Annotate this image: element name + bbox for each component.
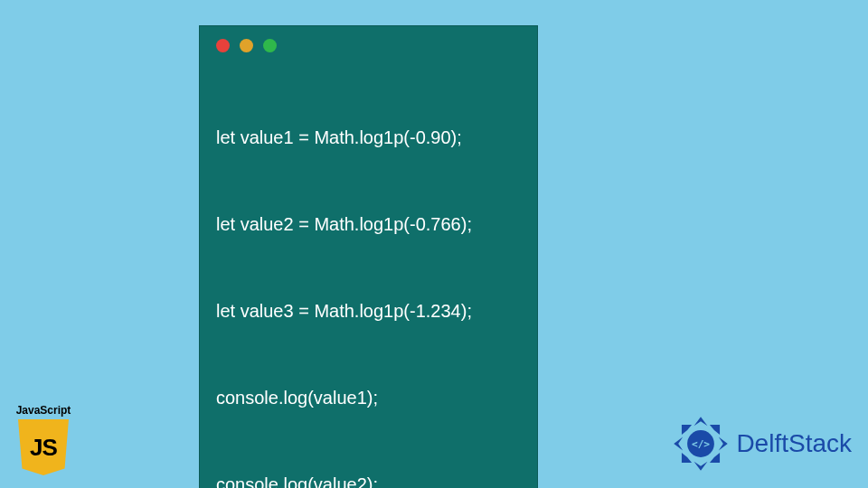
svg-marker-3: [675, 437, 684, 451]
code-block: let value1 = Math.log1p(-0.90); let valu…: [216, 65, 521, 488]
brand-logo: </> DelftStack: [673, 416, 852, 472]
svg-text:</>: </>: [692, 438, 710, 450]
code-line: let value3 = Math.log1p(-1.234);: [216, 296, 521, 325]
svg-marker-7: [682, 425, 692, 435]
code-line: let value1 = Math.log1p(-0.90);: [216, 123, 521, 152]
brand-name: DelftStack: [736, 429, 852, 458]
javascript-shield-icon: JS: [18, 419, 69, 475]
svg-marker-1: [719, 437, 728, 451]
traffic-dot-red-icon: [216, 39, 230, 52]
svg-marker-6: [682, 453, 692, 463]
brand-mark-icon: </>: [673, 416, 729, 472]
javascript-shield-text: JS: [30, 434, 57, 462]
traffic-dot-green-icon: [263, 39, 277, 52]
window-traffic-lights: [216, 39, 521, 52]
code-line: console.log(value1);: [216, 383, 521, 412]
code-line: console.log(value2);: [216, 470, 521, 488]
javascript-badge: JavaScript JS: [13, 404, 74, 475]
svg-marker-2: [694, 462, 708, 471]
javascript-badge-label: JavaScript: [13, 404, 74, 417]
traffic-dot-yellow-icon: [240, 39, 253, 52]
code-snippet-card: let value1 = Math.log1p(-0.90); let valu…: [199, 25, 538, 488]
code-line: let value2 = Math.log1p(-0.766);: [216, 210, 521, 239]
svg-marker-4: [710, 425, 720, 435]
svg-marker-5: [710, 453, 720, 463]
svg-marker-0: [694, 417, 708, 426]
